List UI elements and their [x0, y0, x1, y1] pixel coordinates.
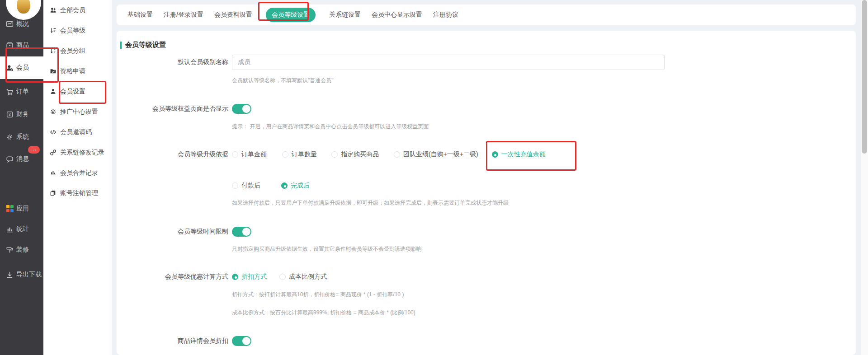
sidebar-item-members[interactable]: 会员 — [0, 56, 43, 79]
discount-method-help: 折扣方式：按打折计算最高10折，折扣价格= 商品现价 * (1 - 折扣率/10… — [232, 291, 404, 299]
section-title: 会员等级设置 — [125, 41, 166, 49]
svg-text:Z: Z — [54, 51, 56, 54]
sidebar-item-label: 会员等级 — [60, 27, 85, 35]
section-header: 会员等级设置 — [120, 41, 166, 49]
secondary-sidebar: 全部会员 会员等级 A Z 会员分组 资格申请 — [43, 0, 112, 355]
radio-team-performance[interactable]: 团队业绩(自购+一级+二级) — [394, 150, 478, 159]
time-limit-label: 会员等级时间限制 — [117, 228, 228, 236]
radio-circle-icon — [394, 151, 400, 158]
sidebar-item-member-settings[interactable]: 会员设置 — [43, 81, 112, 102]
radio-circle-icon — [232, 182, 238, 189]
sidebar-item-merge-records[interactable]: 会员合并记录 — [43, 163, 112, 183]
rights-page-visible-help: 提示： 开启，用户在商品详情页和会员中心点击会员等级都可以进入等级权益页面 — [232, 123, 429, 131]
rights-page-visible-label: 会员等级权益页面是否显示 — [117, 105, 228, 113]
sidebar-item-system[interactable]: 系统 — [0, 126, 43, 148]
sidebar-item-member-level[interactable]: 会员等级 — [43, 20, 112, 41]
scrollbar-thumb[interactable] — [862, 0, 867, 154]
sidebar-item-promotion-settings[interactable]: 推广中心设置 — [43, 102, 112, 122]
sidebar-item-orders[interactable]: 订单 — [0, 80, 43, 103]
sidebar-item-invite-code[interactable]: 会员邀请码 — [43, 122, 112, 142]
tab-basic-settings[interactable]: 基础设置 — [127, 8, 153, 22]
radio-cost-ratio-method[interactable]: 成本比例方式 — [279, 273, 327, 281]
sidebar-item-all-members[interactable]: 全部会员 — [43, 0, 112, 20]
radio-order-count[interactable]: 订单数量 — [282, 150, 317, 159]
sidebar-item-label: 概况 — [16, 20, 29, 28]
sidebar-item-messages[interactable]: 消息 ... — [0, 148, 43, 170]
tab-member-center-display-settings[interactable]: 会员中心显示设置 — [372, 8, 422, 22]
sidebar-item-label: 统计 — [16, 225, 29, 233]
sidebar-item-relation-chain[interactable]: 关系链修改记录 — [43, 142, 112, 163]
sidebar-item-label: 推广中心设置 — [60, 108, 98, 116]
sidebar-item-member-group[interactable]: A Z 会员分组 — [43, 41, 112, 61]
sidebar-item-label: 财务 — [16, 110, 29, 118]
sidebar-item-label: 会员合并记录 — [60, 169, 98, 177]
svg-text:¥: ¥ — [8, 112, 11, 117]
radio-order-amount[interactable]: 订单金额 — [232, 150, 267, 159]
radio-circle-icon — [492, 151, 498, 158]
qualification-icon — [50, 68, 57, 75]
sidebar-item-finance[interactable]: ¥ 财务 — [0, 103, 43, 126]
sidebar-item-label: 会员设置 — [60, 88, 85, 96]
radio-circle-icon — [232, 274, 238, 280]
sidebar-item-label: 订单 — [16, 88, 29, 96]
scrollbar-track — [861, 0, 868, 355]
section-accent-bar — [120, 42, 122, 49]
finance-icon: ¥ — [6, 111, 14, 118]
apps-icon — [6, 205, 14, 213]
radio-circle-icon — [282, 151, 288, 158]
promotion-gear-icon — [50, 108, 57, 115]
sidebar-item-label: 消息 — [16, 155, 29, 163]
upgrade-timing-help: 如果选择付款后，只要用户下单付款满足升级依据，即可升级；如果选择完成后，则表示需… — [232, 199, 509, 207]
sidebar-item-overview[interactable]: 概况 — [0, 13, 43, 35]
radio-discount-method[interactable]: 折扣方式 — [232, 273, 267, 281]
sidebar-item-label: 应用 — [16, 205, 29, 213]
sidebar-item-label: 会员 — [16, 64, 29, 72]
radio-one-time-recharge-balance[interactable]: 一次性充值余额 — [492, 150, 546, 159]
sidebar-item-stats[interactable]: 统计 — [0, 218, 43, 240]
member-level-icon — [50, 27, 57, 34]
export-icon — [6, 271, 14, 279]
tab-register-login-settings[interactable]: 注册/登录设置 — [164, 8, 203, 22]
discount-calc-label: 会员等级优惠计算方式 — [117, 273, 228, 281]
radio-after-completion[interactable]: 完成后 — [281, 182, 310, 190]
cost-ratio-method-help: 成本比例方式：按百分比计算最高999%, 折扣价格 = 商品成本价 * (比例/… — [232, 309, 415, 317]
tab-relation-chain-settings[interactable]: 关系链设置 — [329, 8, 361, 22]
radio-after-payment[interactable]: 付款后 — [232, 182, 260, 190]
messages-badge: ... — [28, 146, 40, 154]
sidebar-item-account-cancel[interactable]: 账号注销管理 — [43, 183, 112, 203]
member-group-icon: A Z — [50, 47, 57, 54]
sidebar-item-label: 系统 — [16, 133, 29, 141]
merge-records-icon — [50, 169, 57, 176]
sidebar-item-export[interactable]: 导出下载 — [0, 263, 43, 286]
tab-member-profile-settings[interactable]: 会员资料设置 — [214, 8, 252, 22]
time-limit-toggle[interactable] — [232, 227, 251, 237]
system-icon — [6, 133, 14, 141]
default-level-name-input[interactable] — [232, 55, 665, 70]
default-level-name-label: 默认会员级别名称 — [117, 58, 228, 66]
overview-icon — [6, 20, 14, 28]
sidebar-item-label: 会员邀请码 — [60, 128, 92, 136]
svg-text:A: A — [54, 48, 56, 51]
sidebar-item-label: 导出下载 — [16, 271, 42, 279]
sidebar-item-apps[interactable]: 应用 — [0, 197, 43, 220]
stats-icon — [6, 225, 14, 233]
tab-register-agreement[interactable]: 注册协议 — [433, 8, 458, 22]
sidebar-item-decorate[interactable]: 装修 — [0, 238, 43, 261]
sidebar-item-label: 装修 — [16, 246, 29, 254]
radio-circle-icon — [232, 151, 238, 158]
settings-tab-bar: 基础设置 注册/登录设置 会员资料设置 会员等级设置 关系链设置 会员中心显示设… — [117, 5, 856, 25]
sidebar-item-goods[interactable]: 商品 — [0, 34, 43, 56]
radio-circle-icon — [331, 151, 338, 158]
relation-chain-icon — [50, 149, 57, 156]
rights-page-visible-toggle[interactable] — [232, 104, 251, 114]
radio-specified-goods[interactable]: 指定购买商品 — [331, 150, 379, 159]
tab-member-level-settings[interactable]: 会员等级设置 — [266, 8, 316, 22]
orders-icon — [6, 88, 14, 96]
sidebar-item-qualification[interactable]: 资格申请 — [43, 61, 112, 81]
sidebar-item-label: 关系链修改记录 — [60, 149, 104, 157]
detail-discount-toggle[interactable] — [232, 336, 251, 346]
sidebar-item-label: 会员分组 — [60, 47, 85, 55]
upgrade-basis-label: 会员等级升级依据 — [117, 150, 228, 159]
messages-icon — [6, 155, 14, 163]
invite-code-icon — [50, 129, 57, 135]
